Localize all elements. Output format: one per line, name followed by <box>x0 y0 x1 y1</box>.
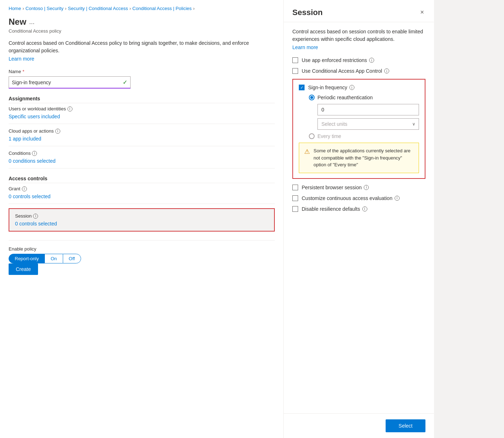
page-description: Control access based on Conditional Acce… <box>9 39 275 54</box>
breadcrumb: Home › Contoso | Security › Security | C… <box>9 6 275 11</box>
grant-info-icon[interactable]: i <box>22 186 27 191</box>
assignments-section-label: Assignments <box>9 96 275 103</box>
enable-policy-label: Enable policy <box>9 246 275 252</box>
breadcrumb-sep-4: › <box>193 6 194 11</box>
periodic-radio-row: Periodic reauthentication <box>309 95 419 100</box>
persistent-browser-info-icon[interactable]: i <box>364 185 369 190</box>
continuous-access-label: Customize continuous access evaluation i <box>302 195 400 201</box>
users-info-icon[interactable]: i <box>67 106 72 111</box>
grant-field-group: Grant i 0 controls selected <box>9 186 275 204</box>
grant-divider <box>9 204 275 204</box>
apps-field-label: Cloud apps or actions i <box>9 128 275 134</box>
session-info-icon[interactable]: i <box>33 214 38 219</box>
app-enforced-label: Use app enforced restrictions i <box>302 57 374 63</box>
apps-divider <box>9 146 275 146</box>
conditions-field-label: Conditions i <box>9 151 275 156</box>
enable-policy-section: Enable policy Report-only On Off Create <box>9 240 275 275</box>
signin-frequency-box: Sign-in frequency i Periodic reauthentic… <box>292 79 425 179</box>
grant-value-link[interactable]: 0 controls selected <box>9 194 51 199</box>
conditions-divider <box>9 168 275 168</box>
signin-frequency-info-icon[interactable]: i <box>349 85 354 90</box>
page-title-row: New ... <box>9 17 275 27</box>
ca-app-control-info-icon[interactable]: i <box>384 68 389 73</box>
periodic-radio-label: Periodic reauthentication <box>317 95 373 100</box>
disable-resilience-row: Disable resilience defaults i <box>292 206 425 212</box>
every-time-radio-label: Every time <box>317 133 341 139</box>
required-indicator: * <box>23 69 24 74</box>
select-units-wrapper: Select units Hours Days ∨ <box>317 118 419 130</box>
session-box[interactable]: Session i 0 controls selected <box>9 208 275 232</box>
breadcrumb-home[interactable]: Home <box>9 6 21 11</box>
continuous-access-checkbox[interactable] <box>292 195 298 201</box>
continuous-access-row: Customize continuous access evaluation i <box>292 195 425 201</box>
apps-info-icon[interactable]: i <box>55 129 60 134</box>
users-field-group: Users or workload identities i Specific … <box>9 106 275 124</box>
radio-group: Periodic reauthentication Select units H… <box>309 95 419 139</box>
side-learn-more-link[interactable]: Learn more <box>292 44 425 50</box>
persistent-browser-row: Persistent browser session i <box>292 185 425 190</box>
ca-app-control-row: Use Conditional Access App Control i <box>292 68 425 74</box>
select-button[interactable]: Select <box>386 419 425 432</box>
name-field-label: Name * <box>9 69 275 74</box>
side-panel-body: Control access based on session controls… <box>284 22 434 413</box>
persistent-browser-checkbox[interactable] <box>292 185 298 190</box>
name-input[interactable]: Sign-in frequency ✓ <box>9 76 131 89</box>
page-subtitle: Conditional Access policy <box>9 28 275 34</box>
page-learn-more-link[interactable]: Learn more <box>9 56 34 62</box>
side-panel-title: Session <box>292 8 322 17</box>
ca-app-control-label: Use Conditional Access App Control i <box>302 68 389 74</box>
toggle-report-only[interactable]: Report-only <box>9 254 45 263</box>
warning-box: ⚠ Some of the applications currently sel… <box>299 143 419 173</box>
persistent-browser-label: Persistent browser session i <box>302 185 369 190</box>
ca-app-control-checkbox[interactable] <box>292 68 298 74</box>
main-panel: Home › Contoso | Security › Security | C… <box>0 0 283 438</box>
side-panel-close-button[interactable]: × <box>419 7 425 18</box>
name-field-group: Name * Sign-in frequency ✓ <box>9 69 275 89</box>
periodic-radio-inner <box>310 96 313 99</box>
side-panel-footer: Select <box>284 413 434 438</box>
continuous-access-info-icon[interactable]: i <box>395 196 400 201</box>
periodic-radio-button[interactable] <box>309 95 315 100</box>
every-time-radio-row: Every time <box>309 133 419 139</box>
disable-resilience-info-icon[interactable]: i <box>362 206 367 211</box>
apps-field-group: Cloud apps or actions i 1 app included <box>9 128 275 146</box>
app-enforced-row: Use app enforced restrictions i <box>292 57 425 63</box>
conditions-value-link[interactable]: 0 conditions selected <box>9 158 56 164</box>
breadcrumb-security-ca[interactable]: Security | Conditional Access <box>68 6 128 11</box>
app-enforced-checkbox[interactable] <box>292 57 298 63</box>
conditions-field-group: Conditions i 0 conditions selected <box>9 151 275 168</box>
breadcrumb-sep-1: › <box>23 6 24 11</box>
session-value-link[interactable]: 0 controls selected <box>15 221 57 227</box>
disable-resilience-label: Disable resilience defaults i <box>302 206 367 212</box>
users-field-label: Users or workload identities i <box>9 106 275 111</box>
warning-triangle-icon: ⚠ <box>304 148 310 156</box>
access-controls-section-label: Access controls <box>9 176 275 183</box>
toggle-on[interactable]: On <box>45 254 62 263</box>
app-enforced-info-icon[interactable]: i <box>369 58 374 63</box>
breadcrumb-sep-2: › <box>65 6 66 11</box>
session-box-label: Session i <box>15 213 268 219</box>
signin-frequency-checkbox[interactable] <box>299 85 305 90</box>
breadcrumb-sep-3: › <box>129 6 131 11</box>
side-panel: Session × Control access based on sessio… <box>283 0 434 438</box>
side-panel-header: Session × <box>284 0 434 22</box>
select-units-dropdown[interactable]: Select units Hours Days <box>317 118 419 130</box>
signin-frequency-label: Sign-in frequency i <box>308 85 354 90</box>
conditions-info-icon[interactable]: i <box>32 151 37 156</box>
toggle-off[interactable]: Off <box>63 254 81 263</box>
disable-resilience-checkbox[interactable] <box>292 206 298 212</box>
breadcrumb-ca-policies[interactable]: Conditional Access | Policies <box>132 6 192 11</box>
frequency-number-input[interactable] <box>317 104 419 115</box>
breadcrumb-contoso[interactable]: Contoso | Security <box>25 6 63 11</box>
warning-text: Some of the applications currently selec… <box>314 147 414 168</box>
enable-policy-toggle[interactable]: Report-only On Off <box>9 254 275 263</box>
apps-value-link[interactable]: 1 app included <box>9 136 41 142</box>
signin-frequency-header: Sign-in frequency i <box>299 85 419 90</box>
grant-field-label: Grant i <box>9 186 275 191</box>
users-divider <box>9 124 275 124</box>
create-button[interactable]: Create <box>9 263 38 275</box>
name-checkmark-icon: ✓ <box>123 79 127 86</box>
every-time-radio-button[interactable] <box>309 133 315 139</box>
page-options-button[interactable]: ... <box>29 18 34 26</box>
users-value-link[interactable]: Specific users included <box>9 114 60 119</box>
